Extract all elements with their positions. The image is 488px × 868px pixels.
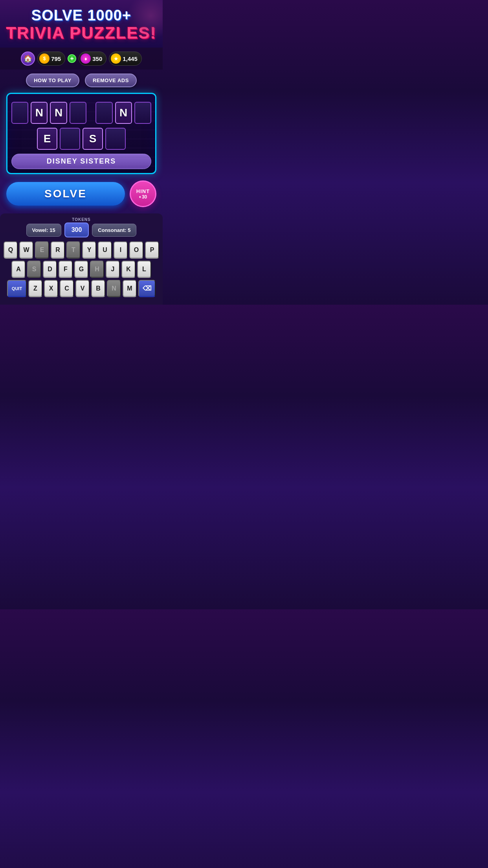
key-y[interactable]: Y	[82, 241, 96, 259]
key-b[interactable]: B	[91, 280, 105, 297]
coins-stat: $ 795	[37, 51, 65, 66]
category-label: DISNEY SISTERS	[11, 154, 151, 169]
word-gap	[89, 102, 93, 124]
tile-2-3: S	[83, 128, 103, 150]
key-f[interactable]: F	[59, 261, 73, 278]
keyboard-row-2: ASDFGHJKL	[2, 261, 160, 278]
banner-line2: TRIVIA PUZZLES!	[4, 24, 159, 42]
consonant-button[interactable]: Consonant: 5	[92, 224, 136, 237]
key-⌫[interactable]: ⌫	[138, 280, 156, 297]
tile-1-5	[95, 102, 112, 124]
key-n[interactable]: N	[107, 280, 121, 297]
key-h[interactable]: H	[90, 261, 104, 278]
key-m[interactable]: M	[123, 280, 137, 297]
keyboard-area: TOKENS Vowel: 15 300 Consonant: 5 QWERTY…	[0, 213, 163, 305]
key-c[interactable]: C	[60, 280, 74, 297]
key-g[interactable]: G	[74, 261, 88, 278]
stars-stat: ★ 1,445	[109, 51, 142, 66]
key-j[interactable]: J	[106, 261, 120, 278]
key-v[interactable]: V	[75, 280, 90, 297]
stats-bar: 🏠 $ 795 + ♦ 350 ★ 1,445	[0, 48, 163, 70]
key-w[interactable]: W	[19, 241, 33, 259]
home-icon: 🏠	[24, 54, 32, 63]
key-u[interactable]: U	[98, 241, 112, 259]
tile-1-2: N	[31, 102, 48, 124]
key-d[interactable]: D	[43, 261, 57, 278]
key-p[interactable]: P	[145, 241, 159, 259]
add-coins-button[interactable]: +	[68, 54, 76, 63]
key-z[interactable]: Z	[28, 280, 42, 297]
tile-1-3: N	[50, 102, 67, 124]
vowel-button[interactable]: Vowel: 15	[26, 224, 61, 237]
key-a[interactable]: A	[11, 261, 26, 278]
hint-gem-icon: ♦	[139, 195, 141, 199]
remove-ads-button[interactable]: REMOVE ADS	[85, 74, 137, 87]
coin-icon: $	[39, 53, 50, 64]
keyboard-row-3: QUITZXCVBNM⌫	[2, 280, 160, 297]
puzzle-board: N N N E S DISNEY SISTERS	[6, 93, 156, 174]
hint-cost: ♦ 30	[139, 194, 147, 200]
tile-1-1	[11, 102, 28, 124]
solve-button[interactable]: SOLVE	[6, 182, 125, 206]
key-l[interactable]: L	[137, 261, 151, 278]
tile-1-6: N	[115, 102, 132, 124]
coins-value: 795	[51, 55, 61, 62]
stars-value: 1,445	[123, 55, 138, 62]
banner: SOLVE 1000+ TRIVIA PUZZLES!	[0, 0, 163, 48]
key-e[interactable]: E	[35, 241, 49, 259]
action-buttons: HOW TO PLAY REMOVE ADS	[0, 70, 163, 93]
star-icon: ★	[111, 53, 121, 64]
puzzle-row-2: E S	[11, 128, 151, 150]
tile-1-7	[134, 102, 151, 124]
tile-1-4	[70, 102, 86, 124]
key-quit[interactable]: QUIT	[7, 280, 27, 297]
tokens-label: TOKENS	[2, 217, 160, 222]
tile-2-2	[60, 128, 80, 150]
key-q[interactable]: Q	[4, 241, 18, 259]
hint-label: HINT	[136, 188, 150, 194]
puzzle-row-1: N N N	[11, 102, 151, 124]
gem-icon: ♦	[81, 53, 91, 64]
gems-value: 350	[92, 55, 102, 62]
key-x[interactable]: X	[44, 280, 58, 297]
home-button[interactable]: 🏠	[21, 51, 35, 66]
gems-stat: ♦ 350	[79, 51, 106, 66]
hint-button[interactable]: HINT ♦ 30	[130, 180, 156, 207]
how-to-play-button[interactable]: HOW TO PLAY	[26, 74, 79, 87]
token-count: 300	[64, 223, 89, 237]
key-k[interactable]: K	[121, 261, 136, 278]
key-i[interactable]: I	[114, 241, 128, 259]
key-s[interactable]: S	[27, 261, 41, 278]
banner-line1: SOLVE 1000+	[4, 7, 159, 24]
tile-2-4	[105, 128, 126, 150]
tokens-row: Vowel: 15 300 Consonant: 5	[2, 223, 160, 237]
keyboard-row-1: QWERTYUIOP	[2, 241, 160, 259]
tile-2-1: E	[37, 128, 57, 150]
key-o[interactable]: O	[129, 241, 143, 259]
key-r[interactable]: R	[51, 241, 65, 259]
solve-section: SOLVE HINT ♦ 30	[0, 174, 163, 211]
key-t[interactable]: T	[66, 241, 81, 259]
